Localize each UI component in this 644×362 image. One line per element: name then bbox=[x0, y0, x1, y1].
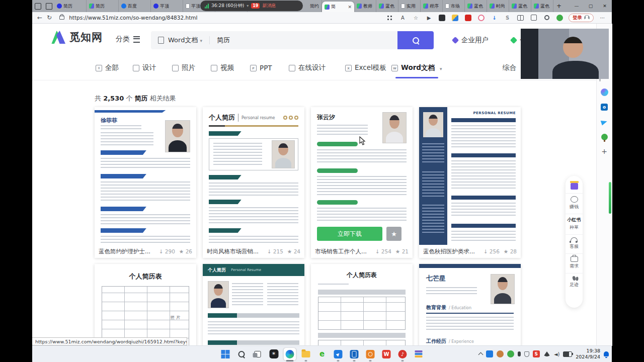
security-shield-icon[interactable] bbox=[524, 351, 529, 357]
wifi-icon[interactable] bbox=[543, 351, 550, 356]
taskbar-search-icon[interactable] bbox=[235, 348, 248, 360]
remote-app-icon[interactable] bbox=[332, 348, 345, 360]
customer-service-button[interactable]: 客服 bbox=[566, 234, 583, 252]
circle-extension-icon[interactable] bbox=[542, 14, 551, 22]
gift-button[interactable] bbox=[566, 180, 583, 192]
maximize-button[interactable]: ▢ bbox=[584, 0, 598, 12]
browser-tab[interactable]: 程序 bbox=[421, 0, 443, 12]
site-logo[interactable]: 觅知网 bbox=[50, 30, 103, 44]
apps-grid-icon[interactable] bbox=[385, 14, 394, 22]
close-button[interactable]: ✕ bbox=[598, 0, 612, 12]
tray-remote-app-icon[interactable] bbox=[486, 350, 493, 357]
resume-card[interactable]: 个人简历表 bbox=[311, 264, 413, 346]
close-tab-icon[interactable]: ✕ bbox=[348, 5, 352, 10]
resume-card[interactable]: 个人简历表 照片 bbox=[95, 264, 196, 346]
nav-tab-photo[interactable]: 照片 bbox=[172, 62, 195, 74]
music-app-icon[interactable] bbox=[396, 348, 409, 360]
xiaohongshu-button[interactable]: 小红书种草 bbox=[566, 214, 583, 233]
file-explorer-icon[interactable] bbox=[300, 348, 312, 360]
screen-recorder-icon[interactable] bbox=[364, 348, 377, 360]
edge-browser-icon[interactable] bbox=[284, 348, 296, 360]
chatgpt-app-icon[interactable] bbox=[268, 348, 280, 360]
phone-link-icon[interactable] bbox=[348, 348, 361, 360]
tray-monkey-app-icon[interactable] bbox=[497, 350, 504, 357]
paper-plane-icon[interactable] bbox=[600, 118, 608, 126]
resume-card-hovered[interactable]: 张云汐 立即下载 ★ 市场销售工作个人... 25421 bbox=[311, 107, 413, 258]
taskbar-clock[interactable]: 19:382024/9/24 bbox=[576, 348, 600, 360]
browser-tab[interactable]: 时尚 bbox=[487, 0, 509, 12]
docs-extension-icon[interactable] bbox=[451, 14, 459, 22]
footprints-button[interactable]: 足迹 bbox=[566, 273, 583, 291]
copilot-icon[interactable] bbox=[600, 88, 608, 96]
search-button[interactable] bbox=[397, 31, 434, 49]
hidden-icons-chevron[interactable] bbox=[478, 352, 483, 357]
search-input[interactable]: 简历 bbox=[217, 36, 230, 45]
battery-icon[interactable] bbox=[563, 351, 572, 357]
resume-card[interactable]: PERSONAL RESUME 蓝色秋招医护类求... 25628 bbox=[419, 107, 521, 258]
resume-card[interactable]: 徐菲菲 蓝色简约护理护士... 29026 bbox=[95, 107, 196, 258]
browser-tab[interactable]: 蓝色 bbox=[509, 0, 531, 12]
recording-timer-overlay[interactable]: 36:28 (60分钟) ▾ 19 新消息 bbox=[200, 1, 303, 11]
nav-tab-design[interactable]: 设计 bbox=[133, 62, 156, 74]
enterprise-user-link[interactable]: 企业用户 bbox=[453, 31, 489, 49]
archive-app-icon[interactable] bbox=[413, 348, 425, 360]
ie-browser-icon[interactable] bbox=[316, 348, 329, 360]
back-icon[interactable]: ← bbox=[37, 14, 42, 21]
nav-tab-video[interactable]: 视频 bbox=[211, 62, 234, 74]
browser-tab[interactable]: 实用 bbox=[398, 0, 421, 12]
green-extension-icon[interactable] bbox=[555, 14, 564, 22]
collections-icon[interactable] bbox=[529, 14, 538, 22]
address-bar[interactable]: https://www.51miz.com/so-wendang/84832.h… bbox=[69, 15, 197, 21]
browser-tab[interactable]: 百度 bbox=[119, 0, 151, 12]
request-button[interactable]: 需求 bbox=[566, 253, 583, 272]
nav-tab-online-design[interactable]: 在线设计 bbox=[289, 62, 326, 74]
tab-search-icon[interactable] bbox=[43, 0, 54, 12]
profile-login-button[interactable]: 登录 bbox=[569, 14, 594, 22]
resume-card[interactable]: 七芒星 教育背景 / Education 工作经历 / Experience bbox=[419, 264, 521, 346]
play-extension-icon[interactable]: ▶ bbox=[425, 14, 433, 22]
minimize-button[interactable]: — bbox=[570, 0, 584, 12]
resume-card[interactable]: 个人简历 Personal resume 时尚风格 bbox=[203, 107, 304, 258]
search-scope-dropdown[interactable]: Word文档 bbox=[168, 36, 202, 45]
search-bar[interactable]: Word文档 简历 bbox=[151, 31, 434, 49]
card-title[interactable]: 时尚风格市场营销... bbox=[207, 248, 259, 255]
webcam-overlay[interactable] bbox=[521, 29, 609, 79]
nav-tab-all[interactable]: ⠿全部 bbox=[96, 62, 119, 74]
lock-icon[interactable] bbox=[59, 16, 64, 20]
split-screen-icon[interactable] bbox=[516, 14, 525, 22]
browser-tab[interactable]: 简历 bbox=[54, 0, 87, 12]
browser-tab[interactable]: 教师 bbox=[354, 0, 376, 12]
favorite-star-icon[interactable]: ☆ bbox=[412, 14, 420, 22]
bilibili-extension-icon[interactable] bbox=[477, 14, 486, 22]
browser-tab[interactable]: 简历 bbox=[87, 0, 119, 12]
card-title[interactable]: 蓝色简约护理护士... bbox=[99, 248, 150, 255]
add-sidebar-app-icon[interactable]: + bbox=[600, 147, 608, 155]
browser-tab[interactable]: 平顶 bbox=[151, 0, 183, 12]
start-button[interactable] bbox=[219, 348, 232, 360]
earn-money-button[interactable]: 赚钱 bbox=[566, 193, 583, 213]
loop-extension-icon[interactable]: S bbox=[503, 14, 512, 22]
browser-tab[interactable]: 蓝色 bbox=[531, 0, 553, 12]
sogou-input-icon[interactable] bbox=[533, 350, 540, 357]
tray-360-icon[interactable] bbox=[507, 350, 514, 357]
download-icon[interactable]: ↓ bbox=[490, 14, 499, 22]
more-menu-icon[interactable]: ⋯ bbox=[598, 14, 607, 22]
wps-office-icon[interactable] bbox=[380, 348, 393, 360]
green-scrollbar-thumb[interactable] bbox=[609, 182, 611, 214]
card-title[interactable]: 市场销售工作个人... bbox=[315, 248, 367, 255]
refresh-icon[interactable]: ↻ bbox=[47, 14, 52, 21]
card-title[interactable]: 蓝色秋招医护类求... bbox=[423, 248, 475, 255]
nav-tab-word-active[interactable]: WWord文档 bbox=[391, 62, 442, 74]
tree-app-icon[interactable] bbox=[600, 133, 608, 141]
nav-tab-ppt[interactable]: PPPT bbox=[250, 62, 272, 74]
notification-bell-icon[interactable] bbox=[604, 351, 609, 356]
volume-icon[interactable]: ◄) bbox=[554, 351, 560, 357]
screenshot-extension-icon[interactable] bbox=[438, 14, 446, 22]
new-tab-button[interactable]: + bbox=[553, 0, 565, 12]
favorite-star-button[interactable]: ★ bbox=[386, 227, 401, 241]
browser-tab[interactable]: 蓝色 bbox=[376, 0, 398, 12]
download-now-button[interactable]: 立即下载 bbox=[317, 227, 382, 241]
read-aloud-icon[interactable]: A bbox=[398, 14, 407, 22]
active-browser-tab[interactable]: 简✕ bbox=[322, 2, 354, 12]
microphone-icon[interactable] bbox=[518, 351, 521, 356]
